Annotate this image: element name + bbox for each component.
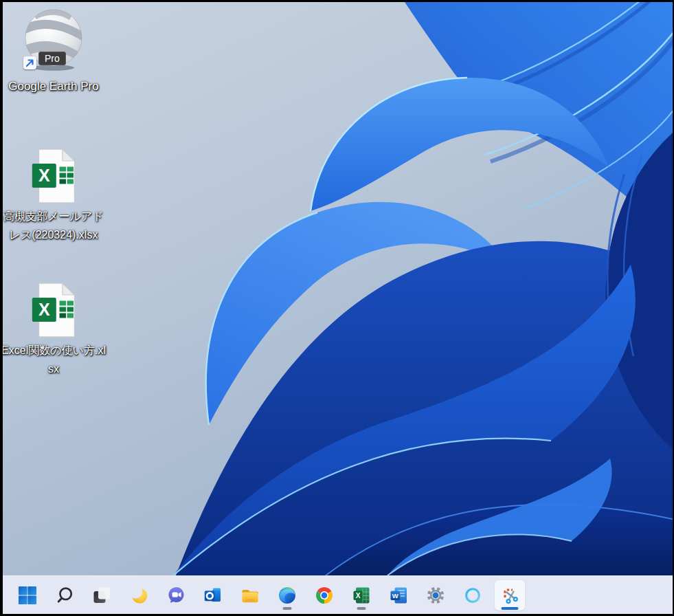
desktop-icon-label: 高槻支部メールアドレス(220324).xlsx — [3, 207, 106, 244]
svg-text:X: X — [38, 166, 50, 185]
chrome-button[interactable] — [309, 580, 339, 610]
windows-logo-icon — [17, 585, 38, 606]
svg-text:X: X — [356, 591, 361, 599]
chat-bubble-video-icon — [166, 585, 186, 606]
running-indicator — [357, 607, 366, 610]
desktop: Pro Google Earth Pro X 高槻支部メールアドレス(22032… — [3, 2, 673, 614]
start-button[interactable] — [12, 580, 43, 610]
running-indicator — [283, 607, 292, 610]
crescent-moon-icon — [128, 585, 149, 606]
moon-app-button[interactable] — [124, 580, 154, 610]
edge-button[interactable] — [272, 580, 302, 610]
excel-file-icon: X — [32, 148, 76, 204]
scissors-icon — [499, 585, 520, 606]
taskbar: X W — [3, 575, 673, 614]
settings-button[interactable] — [420, 580, 451, 610]
gear-icon — [425, 585, 446, 606]
file-explorer-button[interactable] — [235, 580, 265, 610]
desktop-icon-excel-file-takatsuki[interactable]: X 高槻支部メールアドレス(220324).xlsx — [3, 148, 106, 244]
excel-button[interactable]: X — [346, 580, 377, 610]
outlook-icon — [203, 585, 223, 606]
shortcut-arrow-icon — [23, 56, 36, 69]
search-button[interactable] — [49, 580, 80, 610]
word-button[interactable]: W — [383, 580, 414, 610]
desktop-icon-google-earth-pro[interactable]: Pro Google Earth Pro — [3, 8, 106, 96]
teams-chat-button[interactable] — [161, 580, 191, 610]
edge-icon — [277, 585, 297, 606]
svg-text:X: X — [38, 300, 50, 319]
desktop-icon-excel-file-functions[interactable]: X Excel関数の使い方.xlsx — [3, 283, 106, 378]
magnifier-icon — [54, 585, 75, 606]
pro-badge: Pro — [38, 52, 66, 65]
folder-icon — [240, 585, 260, 606]
desktop-icon-label: Excel関数の使い方.xlsx — [3, 341, 106, 378]
overlapping-windows-icon — [91, 585, 112, 606]
active-window-indicator — [502, 607, 519, 610]
excel-icon: X — [351, 585, 372, 606]
cortana-button[interactable] — [458, 580, 488, 610]
snipping-tool-button[interactable] — [495, 580, 525, 610]
svg-text:W: W — [392, 591, 398, 599]
task-view-button[interactable] — [87, 580, 117, 610]
desktop-icon-label: Google Earth Pro — [3, 77, 106, 96]
word-icon: W — [388, 585, 409, 606]
ring-icon — [462, 585, 483, 606]
excel-file-icon: X — [32, 283, 76, 338]
outlook-button[interactable] — [198, 580, 228, 610]
chrome-icon — [314, 585, 335, 606]
